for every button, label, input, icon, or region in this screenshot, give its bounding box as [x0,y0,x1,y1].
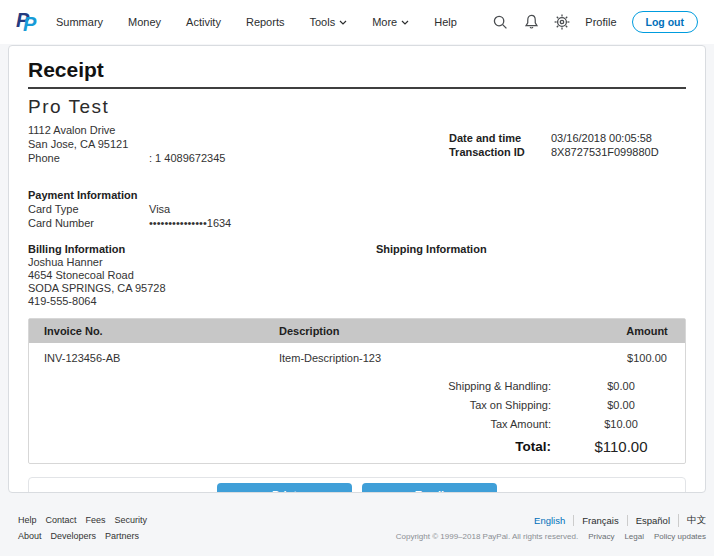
card-type-label: Card Type [28,202,149,216]
print-button[interactable]: Print [217,483,352,494]
nav-item-reports[interactable]: Reports [246,16,285,28]
transaction-meta: Date and time 03/16/2018 00:05:58 Transa… [449,132,683,158]
footer-links-row2: About Developers Partners [18,531,147,541]
language-francais[interactable]: Français [573,515,626,526]
language-selector: English Français Español 中文 [396,514,706,527]
footer-link-security[interactable]: Security [115,515,148,525]
merchant-section: Pro Test 1112 Avalon Drive San Jose, CA … [28,96,686,165]
shipping-information-heading: Shipping Information [376,242,487,256]
card-type-value: Visa [149,203,170,215]
transaction-id-label: Transaction ID [449,146,551,158]
receipt-card: Receipt Pro Test 1112 Avalon Drive San J… [8,45,706,493]
chevron-down-icon [339,20,347,25]
description-cell: Item-Description-123 [264,352,609,364]
nav-label: More [372,16,397,28]
notifications-bell-icon[interactable] [523,14,539,30]
tax-on-shipping-value: $0.00 [565,399,677,411]
billing-information-heading: Billing Information [28,242,686,256]
nav-label: Tools [309,16,335,28]
copyright-row: Copyright © 1999–2018 PayPal. All rights… [396,532,706,541]
card-number-row: Card Number•••••••••••••••1634 [28,216,686,230]
total-value: $110.00 [565,438,677,455]
email-button[interactable]: Email [362,483,497,494]
nav-right-group: Profile Log out [492,11,698,33]
actions-bar: Print Email [28,477,686,493]
footer-legal: English Français Español 中文 Copyright © … [396,514,706,541]
tax-on-shipping-label: Tax on Shipping: [29,399,565,411]
tax-on-shipping-row: Tax on Shipping: $0.00 [29,395,685,414]
footer-links: Help Contact Fees Security About Develop… [18,515,147,547]
shipping-handling-row: Shipping & Handling: $0.00 [29,376,685,395]
language-espanol[interactable]: Español [627,515,678,526]
footer-link-developers[interactable]: Developers [51,531,97,541]
phone-value: : 1 4089672345 [149,152,225,164]
total-label: Total: [29,439,565,454]
total-row: Total: $110.00 [29,433,685,459]
card-number-value: •••••••••••••••1634 [149,217,231,229]
nav-label: Money [128,16,161,28]
language-english[interactable]: English [526,515,573,526]
profile-link[interactable]: Profile [585,16,616,28]
nav-item-help[interactable]: Help [434,16,457,28]
shipping-handling-value: $0.00 [565,380,677,392]
page-title: Receipt [28,58,686,89]
billing-shipping-section: Billing Information Joshua Hanner 4654 S… [28,242,686,308]
nav-label: Reports [246,16,285,28]
nav-item-tools[interactable]: Tools [309,16,347,28]
transaction-id-value: 8X8727531F099880D [551,146,683,158]
nav-item-activity[interactable]: Activity [186,16,221,28]
svg-text:P: P [23,13,37,35]
logout-button[interactable]: Log out [632,11,698,33]
footer-link-help[interactable]: Help [18,515,37,525]
amount-cell: $100.00 [609,352,685,364]
payment-information-heading: Payment Information [28,188,686,202]
invoice-table-header: Invoice No. Description Amount [29,319,685,343]
privacy-link[interactable]: Privacy [588,532,614,541]
search-icon[interactable] [492,14,508,30]
chevron-down-icon [401,20,409,25]
billing-street: 4654 Stonecoal Road [28,269,686,282]
paypal-logo-icon: P P [16,8,40,36]
column-header-invoice: Invoice No. [29,325,264,337]
column-header-description: Description [264,325,609,337]
footer-link-contact[interactable]: Contact [46,515,77,525]
date-value: 03/16/2018 00:05:58 [551,132,683,144]
table-row: INV-123456-AB Item-Description-123 $100.… [29,343,685,370]
shipping-handling-label: Shipping & Handling: [29,380,565,392]
tax-amount-row: Tax Amount: $10.00 [29,414,685,433]
column-header-amount: Amount [609,325,685,337]
nav-item-summary[interactable]: Summary [56,16,103,28]
tax-amount-value: $10.00 [565,418,677,430]
tax-amount-label: Tax Amount: [29,418,565,430]
nav-label: Help [434,16,457,28]
footer-link-partners[interactable]: Partners [105,531,139,541]
footer-link-fees[interactable]: Fees [86,515,106,525]
phone-label: Phone [28,151,149,165]
paypal-logo[interactable]: P P [16,8,40,36]
nav-label: Summary [56,16,103,28]
nav-item-money[interactable]: Money [128,16,161,28]
top-navbar: P P Summary Money Activity Reports Tools… [0,0,714,44]
billing-phone: 419-555-8064 [28,295,686,308]
payment-information-section: Payment Information Card TypeVisa Card N… [28,188,686,230]
nav-label: Activity [186,16,221,28]
billing-city: SODA SPRINGS, CA 95728 [28,282,686,295]
settings-gear-icon[interactable] [554,14,570,30]
invoice-number-cell: INV-123456-AB [29,352,264,364]
totals-section: Shipping & Handling: $0.00 Tax on Shippi… [29,376,685,459]
card-type-row: Card TypeVisa [28,202,686,216]
policy-updates-link[interactable]: Policy updates [654,532,706,541]
footer-link-about[interactable]: About [18,531,42,541]
invoice-table: Invoice No. Description Amount INV-12345… [28,318,686,464]
footer-links-row1: Help Contact Fees Security [18,515,147,525]
card-number-label: Card Number [28,216,149,230]
merchant-name: Pro Test [28,96,686,118]
date-label: Date and time [449,132,551,144]
nav-item-more[interactable]: More [372,16,409,28]
copyright-text: Copyright © 1999–2018 PayPal. All rights… [396,532,578,541]
language-chinese[interactable]: 中文 [678,514,706,527]
legal-link[interactable]: Legal [624,532,644,541]
billing-name: Joshua Hanner [28,256,686,269]
